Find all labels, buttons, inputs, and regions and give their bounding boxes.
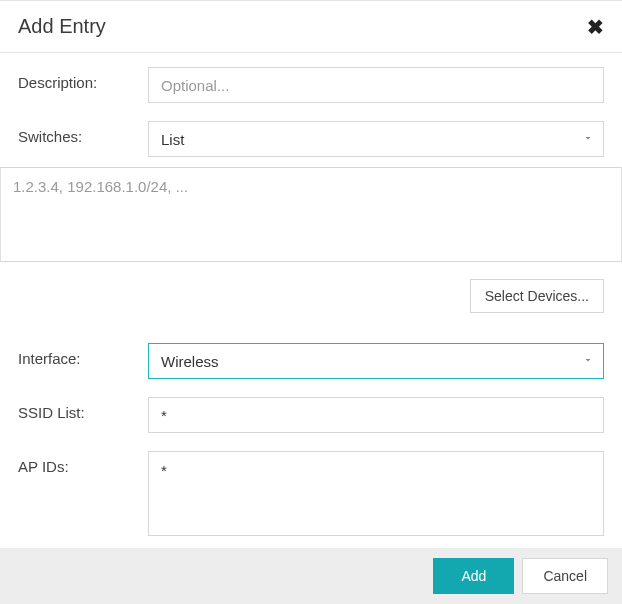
- ap-ids-row: AP IDs:: [18, 451, 604, 539]
- cancel-button[interactable]: Cancel: [522, 558, 608, 594]
- dialog-title: Add Entry: [18, 15, 106, 38]
- description-row: Description:: [18, 67, 604, 103]
- switches-label: Switches:: [18, 121, 148, 145]
- ssid-list-input[interactable]: [148, 397, 604, 433]
- select-devices-button[interactable]: Select Devices...: [470, 279, 604, 313]
- iplist-textarea[interactable]: [0, 167, 622, 262]
- add-button[interactable]: Add: [433, 558, 514, 594]
- ap-ids-textarea[interactable]: [148, 451, 604, 536]
- dialog-footer: Add Cancel: [0, 548, 622, 604]
- interface-select[interactable]: Wireless: [148, 343, 604, 379]
- interface-label: Interface:: [18, 343, 148, 367]
- select-devices-row: Select Devices...: [18, 279, 604, 313]
- close-icon[interactable]: ✖: [587, 17, 604, 37]
- iplist-row: [0, 167, 622, 265]
- add-entry-dialog: Add Entry ✖ Description: Switches: List: [0, 0, 622, 604]
- switches-select[interactable]: List: [148, 121, 604, 157]
- interface-select-value: Wireless: [148, 343, 604, 379]
- description-input[interactable]: [148, 67, 604, 103]
- ap-ids-label: AP IDs:: [18, 451, 148, 475]
- dialog-body: Description: Switches: List Select Devic…: [0, 53, 622, 551]
- switches-row: Switches: List: [18, 121, 604, 157]
- interface-row: Interface: Wireless: [18, 343, 604, 379]
- ssid-list-label: SSID List:: [18, 397, 148, 421]
- dialog-header: Add Entry ✖: [0, 1, 622, 53]
- ssid-list-row: SSID List:: [18, 397, 604, 433]
- description-label: Description:: [18, 67, 148, 91]
- switches-select-value: List: [148, 121, 604, 157]
